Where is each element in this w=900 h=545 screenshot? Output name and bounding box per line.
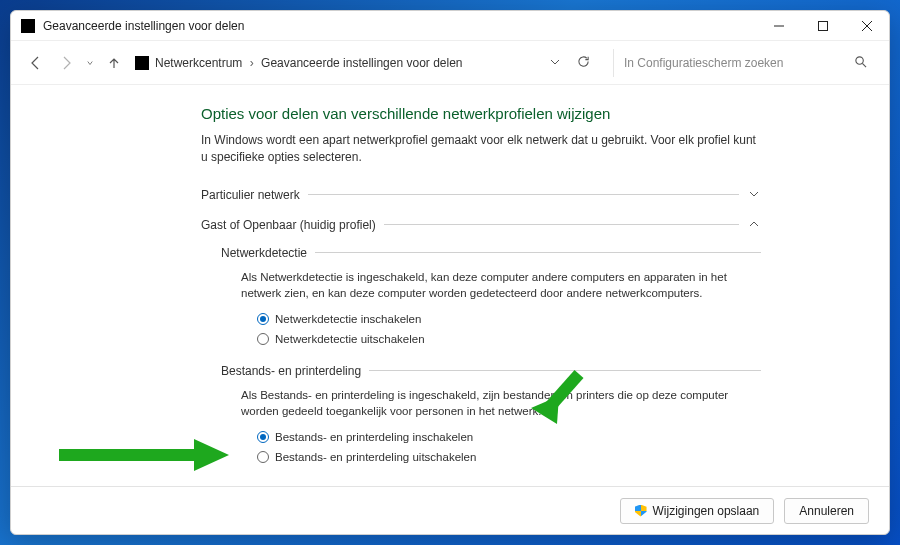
file-sharing-header: Bestands- en printerdeling (221, 361, 761, 381)
control-panel-window: Geavanceerde instellingen voor delen (10, 10, 890, 535)
svg-line-5 (862, 63, 866, 67)
page-heading: Opties voor delen van verschillende netw… (201, 105, 761, 122)
profile-all-expander[interactable]: Alle netwerken (201, 479, 781, 486)
profile-guest-expander[interactable]: Gast of Openbaar (huidig profiel) (201, 213, 761, 237)
profile-all-label: Alle netwerken (201, 484, 280, 486)
address-dropdown[interactable] (547, 56, 563, 70)
file-sharing-on-radio[interactable]: Bestands- en printerdeling inschakelen (257, 427, 761, 447)
location-icon (135, 56, 149, 70)
file-sharing-desc: Als Bestands- en printerdeling is ingesc… (241, 387, 761, 419)
breadcrumb-network-center[interactable]: Netwerkcentrum (155, 56, 242, 70)
content-area: Opties voor delen van verschillende netw… (11, 85, 889, 486)
chevron-up-icon (747, 218, 761, 232)
svg-rect-1 (819, 21, 828, 30)
chevron-down-icon (767, 484, 781, 486)
profile-private-expander[interactable]: Particulier netwerk (201, 183, 761, 207)
save-button[interactable]: Wijzigingen opslaan (620, 498, 775, 524)
chevron-right-icon: › (250, 56, 254, 70)
titlebar: Geavanceerde instellingen voor delen (11, 11, 889, 41)
app-icon (21, 19, 35, 33)
close-button[interactable] (845, 11, 889, 41)
shield-icon (635, 505, 647, 517)
footer: Wijzigingen opslaan Annuleren (11, 486, 889, 534)
search-icon (854, 55, 867, 71)
search-input[interactable]: In Configuratiescherm zoeken (613, 49, 873, 77)
network-discovery-desc: Als Netwerkdetectie is ingeschakeld, kan… (241, 269, 761, 301)
network-discovery-off-radio[interactable]: Netwerkdetectie uitschakelen (257, 329, 761, 349)
window-title: Geavanceerde instellingen voor delen (43, 19, 757, 33)
back-button[interactable] (27, 54, 45, 72)
up-button[interactable] (105, 54, 123, 72)
file-sharing-off-radio[interactable]: Bestands- en printerdeling uitschakelen (257, 447, 761, 467)
network-discovery-header: Netwerkdetectie (221, 243, 761, 263)
maximize-button[interactable] (801, 11, 845, 41)
svg-point-4 (856, 56, 863, 63)
navbar: Netwerkcentrum › Geavanceerde instelling… (11, 41, 889, 85)
chevron-down-icon (747, 188, 761, 202)
network-discovery-on-radio[interactable]: Netwerkdetectie inschakelen (257, 309, 761, 329)
profile-guest-label: Gast of Openbaar (huidig profiel) (201, 218, 376, 232)
forward-button[interactable] (57, 54, 75, 72)
address-bar[interactable]: Netwerkcentrum › Geavanceerde instelling… (135, 55, 601, 71)
recent-dropdown[interactable] (87, 54, 93, 72)
refresh-button[interactable] (575, 55, 591, 71)
minimize-button[interactable] (757, 11, 801, 41)
profile-private-label: Particulier netwerk (201, 188, 300, 202)
search-placeholder: In Configuratiescherm zoeken (624, 56, 783, 70)
breadcrumb-advanced-sharing[interactable]: Geavanceerde instellingen voor delen (261, 56, 462, 70)
page-intro: In Windows wordt een apart netwerkprofie… (201, 132, 761, 167)
cancel-button[interactable]: Annuleren (784, 498, 869, 524)
